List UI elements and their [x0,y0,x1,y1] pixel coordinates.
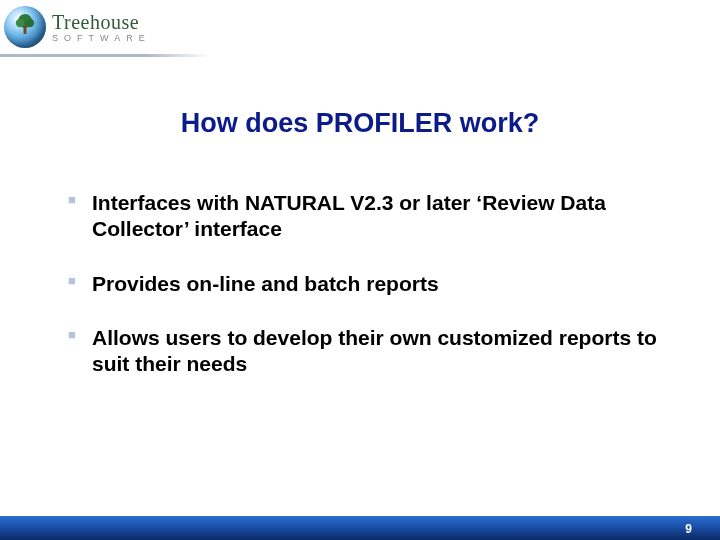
footer-bar: 9 [0,516,720,540]
logo-subtitle: SOFTWARE [52,34,151,43]
slide: Treehouse SOFTWARE How does PROFILER wor… [0,0,720,540]
bullet-item: Allows users to develop their own custom… [68,325,660,378]
logo-text: Treehouse SOFTWARE [52,12,151,43]
bullet-text: Interfaces with NATURAL V2.3 or later ‘R… [92,190,660,243]
bullet-item: Interfaces with NATURAL V2.3 or later ‘R… [68,190,660,243]
slide-title: How does PROFILER work? [0,108,720,139]
svg-point-1 [16,19,24,27]
tree-icon [12,12,38,38]
bullet-item: Provides on-line and batch reports [68,271,660,297]
logo-brand: Treehouse [52,12,151,32]
bullet-text: Provides on-line and batch reports [92,271,660,297]
header-divider [0,54,210,57]
svg-rect-3 [24,25,27,34]
svg-point-2 [26,19,34,27]
tree-globe-icon [4,6,46,48]
page-number: 9 [685,522,692,536]
logo-block: Treehouse SOFTWARE [4,6,151,48]
bullet-text: Allows users to develop their own custom… [92,325,660,378]
slide-body: Interfaces with NATURAL V2.3 or later ‘R… [68,190,660,405]
